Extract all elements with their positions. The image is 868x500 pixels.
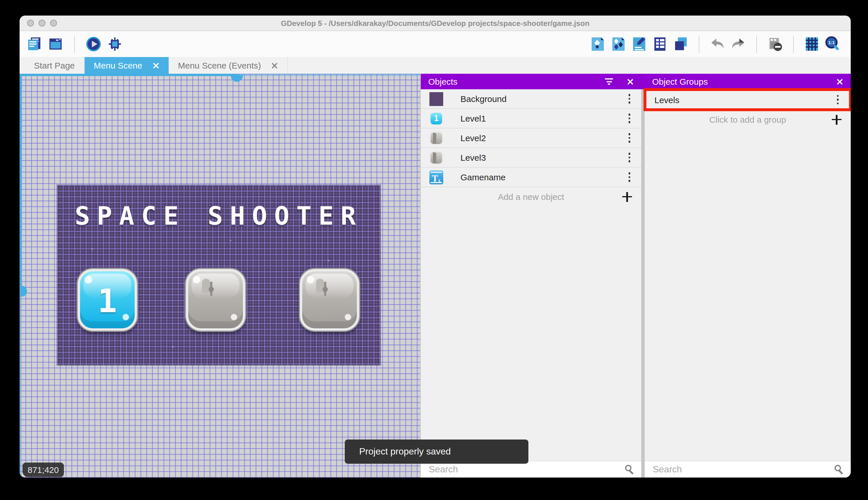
add-object-label: Add a new object	[498, 192, 564, 202]
level1-number: 1	[80, 271, 135, 328]
object-groups-panel-title: Object Groups	[652, 77, 836, 87]
object-menu-icon[interactable]	[626, 151, 633, 165]
object-groups-icon[interactable]	[611, 36, 626, 52]
lock-icon	[316, 283, 343, 316]
groups-search-bar	[645, 462, 851, 478]
start-page-icon[interactable]	[48, 36, 63, 52]
objects-panel-header: Objects	[421, 74, 641, 89]
object-menu-icon[interactable]	[626, 131, 633, 145]
group-name: Levels	[655, 95, 834, 104]
star-speck	[230, 240, 231, 241]
play-icon[interactable]	[86, 36, 101, 52]
text-object-thumbnail: Tx	[430, 170, 443, 184]
star-speck	[328, 260, 329, 262]
panel-divider[interactable]	[641, 74, 645, 478]
level2-button-instance[interactable]	[186, 269, 245, 331]
objects-search-input[interactable]	[428, 464, 624, 475]
minimize-window-button[interactable]	[38, 20, 46, 26]
object-menu-icon[interactable]	[626, 170, 633, 184]
object-name: Background	[460, 94, 626, 104]
layers-icon[interactable]	[673, 36, 689, 52]
objects-panel: Objects Background 1 Level1 Level2	[420, 74, 641, 478]
object-row-gamename[interactable]: Tx Gamename	[421, 168, 641, 187]
object-name: Level2	[460, 133, 626, 143]
tab-start-page[interactable]: Start Page	[25, 57, 85, 74]
object-name: Gamename	[460, 172, 626, 182]
game-title-text: SPACE SHOOTER	[57, 201, 380, 230]
toolbar-separator	[699, 35, 699, 53]
background-thumbnail	[430, 92, 443, 106]
lock-icon	[202, 283, 230, 316]
close-window-button[interactable]	[27, 20, 34, 26]
horizontal-scrollbar[interactable]	[20, 74, 420, 76]
window-title: GDevelop 5 - /Users/dkarakay/Documents/G…	[281, 19, 589, 27]
project-manager-icon[interactable]	[26, 36, 42, 52]
group-row-levels[interactable]: Levels	[645, 89, 851, 111]
toolbar-separator	[793, 35, 794, 53]
close-panel-icon[interactable]	[627, 78, 634, 85]
tab-menu-scene-events[interactable]: Menu Scene (Events)	[169, 57, 288, 74]
object-row-level1[interactable]: 1 Level1	[421, 109, 641, 128]
toolbar: 1:1	[20, 31, 851, 57]
objects-editor-icon[interactable]	[590, 36, 606, 52]
screenshot-stage: GDevelop 5 - /Users/dkarakay/Documents/G…	[0, 0, 868, 500]
star-speck	[172, 346, 174, 348]
toolbar-right: 1:1	[590, 35, 840, 53]
save-toast: Project properly saved	[345, 440, 528, 464]
vertical-scrollbar[interactable]	[20, 74, 22, 478]
search-icon[interactable]	[834, 465, 844, 474]
filter-icon[interactable]	[605, 78, 613, 85]
object-groups-panel: Object Groups Levels Click to add a grou…	[645, 74, 851, 478]
level1-button-instance[interactable]: 1	[78, 269, 137, 331]
panel-divider-top	[641, 74, 645, 89]
object-menu-icon[interactable]	[626, 112, 633, 126]
toast-message: Project properly saved	[359, 446, 451, 457]
toolbar-separator	[756, 35, 757, 53]
zoom-level-label: 1:1	[828, 40, 835, 45]
background-object-instance[interactable]: SPACE SHOOTER 1	[57, 185, 380, 365]
window-controls	[27, 20, 57, 26]
tab-bar: Start Page Menu Scene Menu Scene (Events…	[20, 57, 851, 74]
instances-list-icon[interactable]	[652, 36, 668, 52]
maximize-window-button[interactable]	[50, 20, 57, 26]
object-row-background[interactable]: Background	[421, 89, 641, 109]
plus-icon	[832, 115, 842, 124]
content-area: SPACE SHOOTER 1	[20, 74, 851, 478]
horizontal-scrollbar-thumb[interactable]	[231, 75, 243, 82]
toolbar-separator	[74, 35, 75, 53]
object-menu-icon[interactable]	[626, 92, 633, 106]
cursor-coordinates-badge: 871;420	[22, 463, 64, 477]
level3-button-instance[interactable]	[300, 269, 359, 331]
search-icon[interactable]	[624, 465, 634, 474]
mask-icon[interactable]	[767, 36, 783, 52]
toolbar-left	[26, 35, 122, 53]
tab-label: Menu Scene (Events)	[178, 60, 261, 70]
object-name: Level3	[460, 153, 626, 162]
properties-icon[interactable]	[631, 36, 647, 52]
grid-icon[interactable]	[804, 36, 820, 52]
vertical-scrollbar-thumb[interactable]	[20, 286, 27, 297]
zoom-1-1-icon[interactable]: 1:1	[825, 36, 840, 52]
close-tab-icon[interactable]	[153, 62, 160, 69]
object-row-level2[interactable]: Level2	[421, 128, 641, 148]
tab-menu-scene[interactable]: Menu Scene	[85, 57, 169, 74]
add-object-button[interactable]: Add a new object	[421, 187, 641, 206]
scene-canvas[interactable]: SPACE SHOOTER 1	[20, 74, 420, 478]
objects-panel-title: Objects	[428, 77, 605, 87]
level3-thumbnail	[430, 151, 443, 164]
redo-icon[interactable]	[730, 36, 746, 52]
button-highlight	[307, 276, 314, 283]
groups-search-input[interactable]	[652, 464, 834, 475]
add-group-button[interactable]: Click to add a group	[645, 111, 851, 128]
object-name: Level1	[460, 113, 626, 123]
close-tab-icon[interactable]	[271, 62, 278, 69]
plus-icon	[622, 192, 632, 202]
object-row-level3[interactable]: Level3	[421, 148, 641, 168]
close-panel-icon[interactable]	[836, 78, 843, 85]
titlebar: GDevelop 5 - /Users/dkarakay/Documents/G…	[20, 15, 851, 31]
tab-label: Menu Scene	[94, 60, 142, 70]
undo-icon[interactable]	[710, 36, 725, 52]
group-menu-icon[interactable]	[834, 93, 841, 107]
debug-icon[interactable]	[107, 36, 122, 52]
objects-search-bar	[421, 462, 641, 478]
